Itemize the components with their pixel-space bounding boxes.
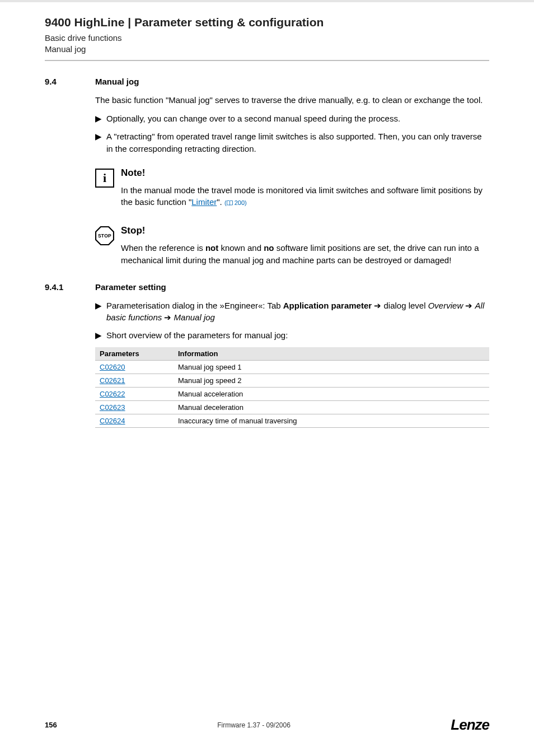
section-9-4-1-heading: 9.4.1 Parameter setting <box>45 282 489 292</box>
table-header-information: Information <box>174 347 489 361</box>
stop-bold-2: no <box>264 243 274 253</box>
page-footer: 156 Firmware 1.37 - 09/2006 Lenze <box>45 716 489 734</box>
firmware-version: Firmware 1.37 - 09/2006 <box>217 721 291 729</box>
triangle-bullet-icon: ▶ <box>95 113 106 125</box>
bullet-item: ▶ A "retracting" from operated travel ra… <box>95 130 489 155</box>
param-info: Manual jog speed 2 <box>174 374 489 387</box>
page-header: 9400 HighLine | Parameter setting & conf… <box>45 0 489 61</box>
stop-pre: When the reference is <box>121 243 205 253</box>
section-number: 9.4 <box>45 77 95 86</box>
note-title: Note! <box>121 167 489 179</box>
param-dialog-mid: dialog level <box>383 301 428 310</box>
triangle-bullet-icon: ▶ <box>95 329 106 342</box>
stop-mid-1: known and <box>218 243 264 253</box>
header-sub-1: Basic drive functions <box>45 32 489 44</box>
section-9-4-heading: 9.4 Manual jog <box>45 77 489 86</box>
table-row: C02622 Manual acceleration <box>95 387 489 400</box>
param-link[interactable]: C02623 <box>100 403 125 412</box>
page-reference[interactable]: ( 200) <box>224 199 247 206</box>
bullet-text: A "retracting" from operated travel rang… <box>106 130 489 155</box>
param-link[interactable]: C02621 <box>100 376 125 385</box>
stop-bold-1: not <box>205 243 218 253</box>
triangle-bullet-icon: ▶ <box>95 300 106 324</box>
param-info: Manual acceleration <box>174 387 489 400</box>
arrow-sep: ➔ <box>162 312 174 322</box>
bullet-item: ▶ Short overview of the parameters for m… <box>95 329 489 342</box>
table-row: C02623 Manual deceleration <box>95 400 489 414</box>
table-header-parameters: Parameters <box>95 347 174 361</box>
bullet-text: Short overview of the parameters for man… <box>106 329 489 342</box>
param-dialog-pre: Parameterisation dialog in the »Engineer… <box>106 301 283 310</box>
bullet-item: ▶ Optionally, you can change over to a s… <box>95 113 489 125</box>
section-title: Manual jog <box>95 77 139 86</box>
table-row: C02624 Inaccuracy time of manual travers… <box>95 414 489 427</box>
param-link[interactable]: C02622 <box>100 390 125 398</box>
page-ref-number: 200 <box>235 199 245 206</box>
bullet-item: ▶ Parameterisation dialog in the »Engine… <box>95 300 489 324</box>
limiter-link[interactable]: Limiter <box>191 197 217 207</box>
param-info: Manual deceleration <box>174 400 489 414</box>
table-row: C02620 Manual jog speed 1 <box>95 360 489 374</box>
note-text-post: ". <box>217 197 222 207</box>
note-callout: i Note! In the manual mode the travel mo… <box>95 167 489 209</box>
page-number: 156 <box>45 721 57 729</box>
header-title: 9400 HighLine | Parameter setting & conf… <box>45 16 489 29</box>
stop-icon: STOP <box>95 226 114 245</box>
param-info: Inaccuracy time of manual traversing <box>174 414 489 427</box>
bullet-text: Optionally, you can change over to a sec… <box>106 113 489 125</box>
triangle-bullet-icon: ▶ <box>95 130 106 155</box>
bullet-text: Parameterisation dialog in the »Engineer… <box>106 300 489 324</box>
arrow-sep: ➔ <box>372 301 383 310</box>
param-link[interactable]: C02624 <box>100 417 125 425</box>
stop-callout: STOP Stop! When the reference is not kno… <box>95 225 489 267</box>
parameters-table: Parameters Information C02620 Manual jog… <box>95 347 489 428</box>
section-number: 9.4.1 <box>45 282 95 292</box>
stop-title: Stop! <box>121 225 489 236</box>
lenze-logo: Lenze <box>451 716 489 734</box>
stop-text: When the reference is not known and no s… <box>121 242 489 267</box>
param-info: Manual jog speed 1 <box>174 360 489 374</box>
param-dialog-i1: Overview <box>428 301 463 310</box>
param-dialog-i3: Manual jog <box>174 312 215 322</box>
param-link[interactable]: C02620 <box>100 363 125 371</box>
note-text-pre: In the manual mode the travel mode is mo… <box>121 185 483 207</box>
arrow-sep: ➔ <box>463 301 475 310</box>
note-text: In the manual mode the travel mode is mo… <box>121 184 489 209</box>
section-title: Parameter setting <box>95 282 166 292</box>
info-icon: i <box>95 169 114 188</box>
table-row: C02621 Manual jog speed 2 <box>95 374 489 387</box>
intro-paragraph: The basic function "Manual jog" serves t… <box>95 94 489 106</box>
header-sub-2: Manual jog <box>45 44 489 55</box>
book-icon <box>227 200 233 206</box>
param-dialog-bold: Application parameter <box>283 301 372 310</box>
